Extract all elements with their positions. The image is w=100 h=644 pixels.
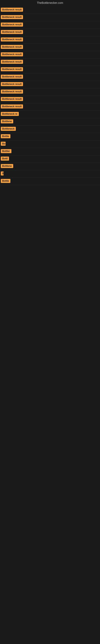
bottleneck-badge-12[interactable]: Bottleneck result	[1, 90, 23, 94]
result-row-17[interactable]: Bottleneck	[0, 126, 100, 133]
bottleneck-badge-20[interactable]: Bottler	[1, 149, 11, 153]
bottleneck-badge-7[interactable]: Bottleneck result	[1, 52, 23, 56]
result-row-13[interactable]: Bottleneck result	[0, 96, 100, 103]
bottleneck-badge-18[interactable]: Bottle	[1, 134, 10, 138]
bottleneck-badge-17[interactable]: Bottleneck	[1, 127, 16, 131]
bottleneck-badge-11[interactable]: Bottleneck result	[1, 82, 23, 86]
result-row-19[interactable]: Bo	[0, 140, 100, 148]
result-row-14[interactable]: Bottleneck result	[0, 103, 100, 111]
bottleneck-badge-6[interactable]: Bottleneck result	[1, 45, 23, 49]
bottleneck-badge-8[interactable]: Bottleneck result	[1, 60, 23, 64]
bottleneck-badge-21[interactable]: Bottl	[1, 156, 9, 160]
bottleneck-badge-1[interactable]: Bottleneck result	[1, 8, 23, 12]
result-row-24[interactable]: Bottle	[0, 178, 100, 185]
result-row-23[interactable]: B	[0, 170, 100, 178]
result-row-18[interactable]: Bottle	[0, 133, 100, 140]
result-row-5[interactable]: Bottleneck result	[0, 36, 100, 44]
bottleneck-badge-13[interactable]: Bottleneck result	[1, 97, 23, 101]
result-row-1[interactable]: Bottleneck result	[0, 6, 100, 14]
bottleneck-badge-24[interactable]: Bottle	[1, 179, 10, 183]
result-row-11[interactable]: Bottleneck result	[0, 81, 100, 88]
bottleneck-badge-3[interactable]: Bottleneck result	[1, 22, 23, 26]
result-row-21[interactable]: Bottl	[0, 155, 100, 163]
bottleneck-badge-15[interactable]: Bottleneck re	[1, 112, 19, 116]
site-title: TheBottlenecker.com	[0, 0, 100, 6]
bottleneck-badge-23[interactable]: B	[1, 172, 3, 176]
result-row-22[interactable]: Bottlene	[0, 163, 100, 170]
result-row-3[interactable]: Bottleneck result	[0, 21, 100, 29]
bottleneck-badge-4[interactable]: Bottleneck result	[1, 30, 23, 34]
result-row-10[interactable]: Bottleneck result	[0, 74, 100, 81]
bottleneck-badge-5[interactable]: Bottleneck result	[1, 38, 23, 42]
result-row-7[interactable]: Bottleneck result	[0, 51, 100, 58]
result-row-4[interactable]: Bottleneck result	[0, 29, 100, 36]
bottleneck-badge-10[interactable]: Bottleneck result	[1, 75, 23, 79]
result-row-20[interactable]: Bottler	[0, 148, 100, 155]
result-row-2[interactable]: Bottleneck result	[0, 14, 100, 21]
result-row-12[interactable]: Bottleneck result	[0, 88, 100, 96]
bottleneck-badge-22[interactable]: Bottlene	[1, 164, 13, 168]
result-row-6[interactable]: Bottleneck result	[0, 44, 100, 51]
result-row-15[interactable]: Bottleneck re	[0, 111, 100, 118]
result-row-16[interactable]: Bottlene	[0, 118, 100, 126]
bottleneck-badge-19[interactable]: Bo	[1, 142, 6, 146]
result-row-9[interactable]: Bottleneck result	[0, 66, 100, 74]
result-row-8[interactable]: Bottleneck result	[0, 58, 100, 66]
bottleneck-badge-16[interactable]: Bottlene	[1, 119, 13, 123]
bottleneck-badge-2[interactable]: Bottleneck result	[1, 15, 23, 19]
site-title-container: TheBottlenecker.com	[0, 0, 100, 6]
bottleneck-badge-14[interactable]: Bottleneck result	[1, 104, 23, 108]
bottleneck-badge-9[interactable]: Bottleneck result	[1, 67, 23, 71]
results-list: Bottleneck resultBottleneck resultBottle…	[0, 6, 100, 185]
